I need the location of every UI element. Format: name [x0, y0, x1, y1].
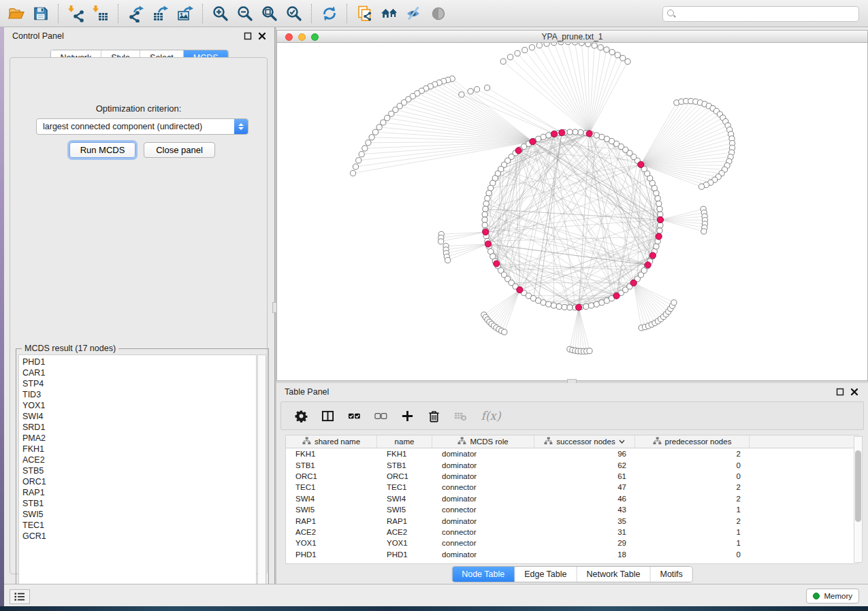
- mcds-result-item[interactable]: STB5: [22, 465, 256, 476]
- cell-predecessor-nodes[interactable]: 1: [635, 528, 750, 536]
- table-row-RAP1[interactable]: RAP1RAP1dominator352: [286, 515, 858, 526]
- zoom-fit-icon[interactable]: [257, 3, 282, 24]
- cell-successor-nodes[interactable]: 31: [534, 528, 635, 536]
- mcds-result-item[interactable]: SRD1: [22, 422, 256, 433]
- run-mcds-button[interactable]: Run MCDS: [69, 142, 135, 158]
- trash-icon[interactable]: [426, 408, 441, 423]
- zoom-selected-icon[interactable]: [282, 3, 306, 24]
- cell-MCDS-role[interactable]: connector: [432, 539, 534, 547]
- column-header-MCDS-role[interactable]: MCDS role: [432, 435, 534, 448]
- gear-icon[interactable]: [293, 408, 308, 423]
- show-eye-icon[interactable]: [426, 3, 451, 24]
- cell-predecessor-nodes[interactable]: 2: [635, 450, 750, 458]
- table-row-PHD1[interactable]: PHD1PHD1dominator180: [286, 549, 858, 560]
- cell-shared-name[interactable]: STB1: [286, 461, 377, 469]
- close-panel-button[interactable]: Close panel: [144, 142, 215, 158]
- cell-name[interactable]: FKH1: [377, 450, 432, 458]
- cell-predecessor-nodes[interactable]: 1: [635, 506, 750, 514]
- import-table-icon[interactable]: [89, 3, 113, 24]
- zoom-out-icon[interactable]: [233, 3, 257, 24]
- cell-shared-name[interactable]: FKH1: [286, 450, 377, 458]
- cell-successor-nodes[interactable]: 96: [534, 450, 635, 458]
- mcds-result-item[interactable]: STP4: [22, 378, 256, 389]
- close-panel-icon[interactable]: [258, 32, 266, 40]
- cell-predecessor-nodes[interactable]: 0: [635, 472, 750, 480]
- table-row-SWI4[interactable]: SWI4SWI4dominator462: [286, 493, 858, 504]
- tab-network-table[interactable]: Network Table: [577, 567, 651, 582]
- table-row-ACE2[interactable]: ACE2ACE2connector311: [286, 527, 858, 538]
- mcds-result-list[interactable]: PHD1CAR1STP4TID3YOX1SWI4SRD1PMA2FKH1ACE2…: [18, 354, 257, 599]
- maximize-window-icon[interactable]: [311, 33, 319, 41]
- mcds-result-item[interactable]: TEC1: [22, 520, 256, 531]
- cell-name[interactable]: RAP1: [377, 517, 432, 525]
- column-header-shared-name[interactable]: shared name: [286, 435, 377, 448]
- cell-MCDS-role[interactable]: dominator: [432, 495, 534, 503]
- float-panel-icon[interactable]: [836, 388, 844, 396]
- mcds-result-item[interactable]: GCR1: [22, 531, 256, 542]
- export-table-icon[interactable]: [148, 3, 173, 24]
- mcds-result-item[interactable]: ACE2: [22, 455, 256, 465]
- cell-predecessor-nodes[interactable]: 2: [635, 483, 750, 491]
- table-row-SWI5[interactable]: SWI5SWI5connector431: [286, 504, 858, 515]
- float-panel-icon[interactable]: [244, 32, 252, 40]
- cell-shared-name[interactable]: SWI4: [286, 495, 377, 503]
- search-input[interactable]: [676, 10, 858, 19]
- tab-edge-table[interactable]: Edge Table: [515, 567, 577, 582]
- cell-MCDS-role[interactable]: dominator: [432, 472, 534, 480]
- table-scrollbar[interactable]: [854, 436, 863, 563]
- cell-name[interactable]: YOX1: [377, 539, 432, 547]
- cell-MCDS-role[interactable]: dominator: [432, 550, 534, 559]
- table-row-ORC1[interactable]: ORC1ORC1dominator610: [286, 471, 858, 482]
- cell-predecessor-nodes[interactable]: 2: [635, 517, 750, 525]
- uncheck-all-icon[interactable]: [373, 408, 388, 423]
- cell-successor-nodes[interactable]: 47: [534, 483, 635, 491]
- mcds-result-scrollbar[interactable]: [257, 354, 266, 599]
- cell-shared-name[interactable]: YOX1: [286, 539, 377, 547]
- export-network-icon[interactable]: [124, 3, 148, 24]
- mcds-result-item[interactable]: CAR1: [22, 367, 256, 378]
- cell-MCDS-role[interactable]: connector: [432, 528, 534, 536]
- cell-name[interactable]: ORC1: [377, 472, 432, 480]
- save-session-icon[interactable]: [29, 3, 53, 24]
- cell-successor-nodes[interactable]: 29: [534, 539, 635, 547]
- refresh-layout-icon[interactable]: [317, 3, 342, 24]
- cell-successor-nodes[interactable]: 18: [534, 550, 635, 559]
- cell-successor-nodes[interactable]: 61: [534, 472, 635, 480]
- mcds-result-item[interactable]: YOX1: [22, 400, 256, 411]
- cell-shared-name[interactable]: TEC1: [286, 483, 377, 491]
- panel-selector-button[interactable]: [10, 589, 30, 604]
- mcds-result-item[interactable]: FKH1: [22, 444, 256, 455]
- cell-shared-name[interactable]: SWI5: [286, 506, 377, 514]
- cell-predecessor-nodes[interactable]: 1: [635, 539, 750, 547]
- mcds-result-item[interactable]: ORC1: [22, 476, 256, 487]
- close-window-icon[interactable]: [285, 33, 293, 41]
- zoom-in-icon[interactable]: [208, 3, 233, 24]
- check-all-icon[interactable]: [347, 408, 361, 423]
- cell-successor-nodes[interactable]: 46: [534, 495, 635, 503]
- table-row-YOX1[interactable]: YOX1YOX1connector291: [286, 538, 858, 548]
- table-row-STB1[interactable]: STB1STB1dominator620: [286, 459, 858, 470]
- export-image-icon[interactable]: [173, 3, 197, 24]
- cell-MCDS-role[interactable]: connector: [432, 483, 534, 491]
- table-row-FKH1[interactable]: FKH1FKH1dominator962: [286, 448, 858, 459]
- open-file-icon[interactable]: [4, 3, 29, 24]
- mcds-result-item[interactable]: STB1: [22, 498, 256, 509]
- column-header-successor-nodes[interactable]: successor nodes: [534, 435, 635, 448]
- clone-network-icon[interactable]: [353, 3, 377, 24]
- columns-icon[interactable]: [320, 408, 335, 423]
- mcds-result-item[interactable]: PHD1: [22, 357, 256, 367]
- memory-button[interactable]: Memory: [806, 589, 859, 604]
- mcds-result-item[interactable]: PMA2: [22, 433, 256, 444]
- cell-shared-name[interactable]: RAP1: [286, 517, 377, 525]
- cell-successor-nodes[interactable]: 43: [534, 506, 635, 514]
- cell-shared-name[interactable]: ACE2: [286, 528, 377, 536]
- scrollbar-thumb[interactable]: [855, 450, 861, 522]
- network-graph[interactable]: [277, 43, 867, 380]
- cell-predecessor-nodes[interactable]: 0: [635, 550, 750, 559]
- mcds-result-item[interactable]: RAP1: [22, 487, 256, 498]
- mcds-result-item[interactable]: SWI4: [22, 411, 256, 422]
- network-canvas[interactable]: [276, 43, 868, 381]
- cell-shared-name[interactable]: PHD1: [286, 550, 377, 559]
- minimize-window-icon[interactable]: [298, 33, 306, 41]
- cell-MCDS-role[interactable]: dominator: [432, 461, 534, 469]
